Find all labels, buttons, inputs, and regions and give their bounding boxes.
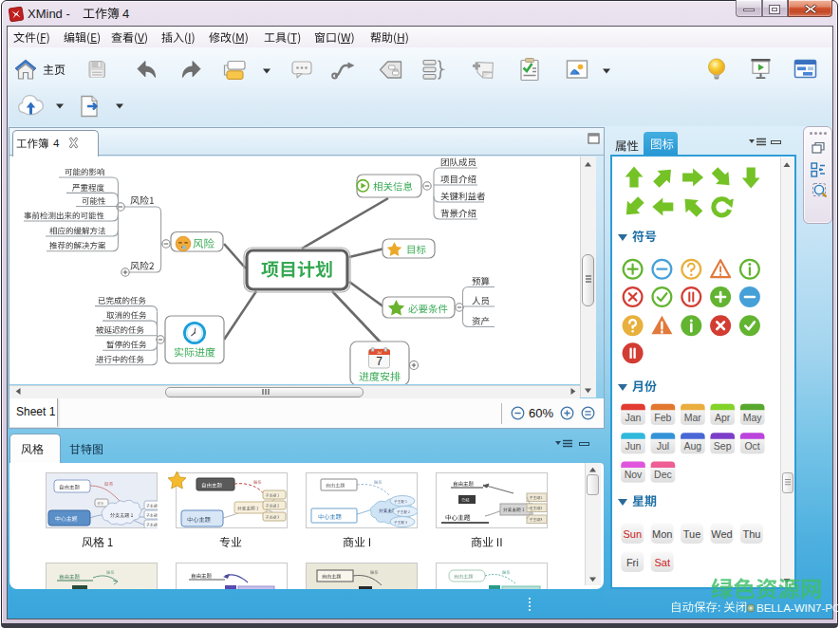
svg-text:Nov: Nov (625, 469, 643, 480)
svg-text:Sat: Sat (654, 557, 670, 568)
svg-text:Mon: Mon (652, 528, 672, 540)
svg-text:Mar: Mar (684, 412, 702, 423)
svg-text:Thu: Thu (742, 528, 760, 540)
svg-text:Fri: Fri (626, 557, 639, 568)
svg-text:Sun: Sun (624, 528, 643, 540)
svg-text:Jul: Jul (657, 440, 669, 452)
svg-text:Dec: Dec (654, 469, 672, 480)
svg-text:7: 7 (376, 355, 383, 368)
svg-text:Oct: Oct (744, 440, 759, 452)
svg-text:Tue: Tue (683, 528, 701, 540)
svg-text:Aug: Aug (683, 440, 701, 452)
svg-text:Apr: Apr (715, 412, 731, 423)
svg-text:Jun: Jun (625, 440, 642, 452)
svg-text:Wed: Wed (711, 528, 732, 540)
svg-text:May: May (743, 412, 763, 423)
svg-text:Jan: Jan (625, 412, 642, 423)
svg-text:Sep: Sep (714, 440, 732, 452)
svg-text:Feb: Feb (654, 412, 671, 423)
